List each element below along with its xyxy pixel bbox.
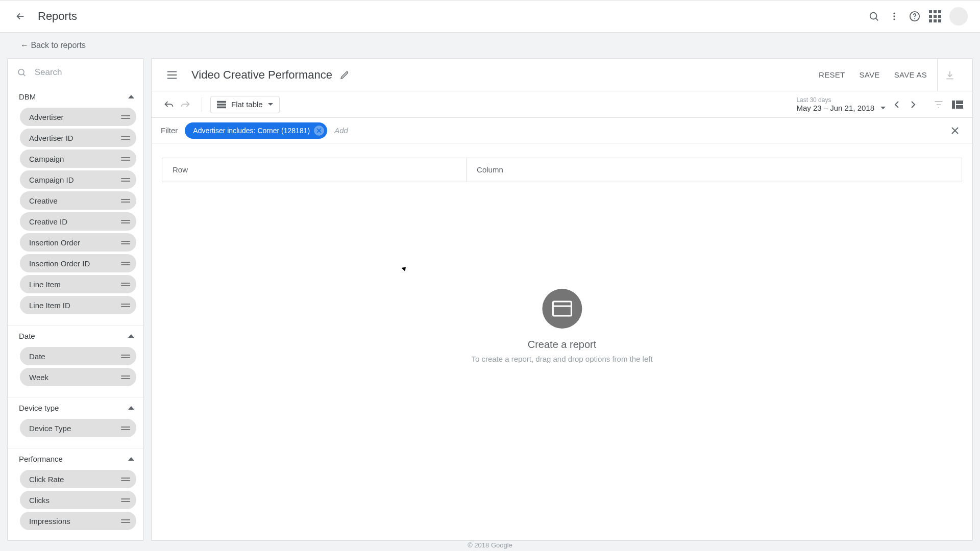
group-header-performance[interactable]: Performance: [8, 448, 143, 467]
field-chip[interactable]: Advertiser: [20, 108, 136, 126]
empty-state-subtitle: To create a report, drag and drop option…: [471, 355, 652, 363]
field-chip[interactable]: Insertion Order: [20, 233, 136, 252]
svg-point-3: [893, 18, 895, 20]
report-panel: Video Creative Performance RESET SAVE SA…: [151, 58, 973, 541]
close-icon: [316, 128, 322, 133]
field-chip[interactable]: Line Item ID: [20, 296, 136, 314]
group-label: Performance: [19, 455, 63, 463]
caret-down-icon: [880, 107, 886, 109]
chevron-up-icon: [128, 406, 134, 410]
search-button[interactable]: [864, 6, 884, 27]
field-chip[interactable]: Advertiser ID: [20, 129, 136, 147]
field-chip[interactable]: Impressions: [20, 512, 136, 530]
field-chip[interactable]: Line Item: [20, 275, 136, 293]
pencil-icon: [340, 70, 349, 80]
edit-title-button[interactable]: [334, 65, 355, 85]
undo-button[interactable]: [161, 96, 177, 113]
field-chip[interactable]: Device Type: [20, 419, 136, 437]
remove-filter-button[interactable]: [314, 126, 324, 136]
chevron-right-icon: [911, 101, 916, 109]
date-range-label: Last 30 days: [796, 96, 886, 104]
group-label: Date: [19, 332, 35, 340]
field-chip[interactable]: Click Rate: [20, 470, 136, 488]
drag-handle-icon: [121, 519, 130, 523]
cursor-icon: [403, 266, 408, 273]
field-sidebar: DBM Advertiser Advertiser ID Campaign Ca…: [7, 58, 144, 541]
date-range-value: May 23 – Jun 21, 2018: [796, 104, 874, 112]
empty-state-title: Create a report: [471, 339, 652, 350]
svg-rect-8: [217, 104, 226, 106]
footer-copyright: © 2018 Google: [0, 539, 980, 551]
field-chip[interactable]: Campaign ID: [20, 170, 136, 189]
download-button[interactable]: [937, 59, 962, 91]
search-icon: [17, 67, 27, 78]
drag-handle-icon: [121, 283, 130, 286]
group-header-date[interactable]: Date: [8, 325, 143, 344]
filter-chip[interactable]: Advertiser includes: Corner (128181): [185, 122, 327, 139]
drag-handle-icon: [121, 498, 130, 502]
field-chip[interactable]: Date: [20, 347, 136, 365]
drag-handle-icon: [121, 157, 130, 161]
apps-button[interactable]: [925, 6, 945, 27]
search-icon: [868, 11, 879, 22]
layout-icon: [952, 101, 963, 109]
close-filter-bar-button[interactable]: [947, 122, 963, 139]
chevron-up-icon: [128, 95, 134, 98]
report-toolbar: Flat table Last 30 days May 23 – Jun 21,…: [152, 91, 972, 118]
drag-handle-icon: [121, 427, 130, 430]
drag-handle-icon: [121, 478, 130, 481]
chevron-up-icon: [128, 334, 134, 338]
save-button[interactable]: SAVE: [852, 66, 887, 83]
drag-handle-icon: [121, 304, 130, 307]
table-icon: [217, 101, 226, 109]
filter-label: Filter: [161, 126, 178, 135]
layout-toggle-button[interactable]: [952, 101, 963, 109]
drag-handle-icon: [121, 115, 130, 119]
filter-chip-text: Advertiser includes: Corner (128181): [193, 127, 310, 135]
avatar[interactable]: [949, 7, 968, 26]
more-menu-button[interactable]: [884, 6, 904, 27]
report-header: Video Creative Performance RESET SAVE SA…: [152, 59, 972, 91]
help-icon: [909, 11, 920, 22]
field-chip[interactable]: Creative: [20, 191, 136, 210]
report-title: Video Creative Performance: [191, 68, 332, 82]
dropzone-row[interactable]: Row: [162, 158, 466, 182]
dropzone[interactable]: Row Column: [162, 158, 962, 182]
redo-button[interactable]: [177, 96, 193, 113]
group-label: Device type: [19, 404, 59, 412]
filter-bar: Filter Advertiser includes: Corner (1281…: [152, 118, 972, 143]
field-chip[interactable]: Clicks: [20, 491, 136, 509]
filter-toggle-button[interactable]: [934, 100, 944, 109]
field-chip[interactable]: Insertion Order ID: [20, 254, 136, 272]
add-filter-button[interactable]: Add: [334, 126, 348, 135]
field-chip[interactable]: Creative ID: [20, 212, 136, 231]
dropzone-column[interactable]: Column: [467, 158, 962, 182]
filter-icon: [934, 100, 944, 109]
date-prev-button[interactable]: [889, 96, 905, 113]
back-arrow-button[interactable]: [10, 6, 31, 27]
menu-icon: [166, 70, 178, 80]
svg-rect-9: [217, 106, 226, 108]
drag-handle-icon: [121, 375, 130, 379]
reset-button[interactable]: RESET: [812, 66, 852, 83]
close-icon: [951, 127, 959, 135]
group-items-dbm: Advertiser Advertiser ID Campaign Campai…: [8, 108, 143, 325]
group-header-device[interactable]: Device type: [8, 397, 143, 416]
date-next-button[interactable]: [905, 96, 921, 113]
group-label: DBM: [19, 92, 36, 101]
svg-point-0: [870, 13, 877, 19]
drag-handle-icon: [121, 178, 130, 182]
table-type-select[interactable]: Flat table: [210, 96, 280, 113]
field-chip[interactable]: Campaign: [20, 149, 136, 168]
date-range-picker[interactable]: Last 30 days May 23 – Jun 21, 2018: [796, 96, 886, 112]
group-header-dbm[interactable]: DBM: [8, 86, 143, 105]
help-button[interactable]: [904, 6, 925, 27]
group-items-date: Date Week: [8, 347, 143, 397]
search-input[interactable]: [35, 67, 134, 78]
hamburger-button[interactable]: [162, 65, 182, 85]
save-as-button[interactable]: SAVE AS: [887, 66, 934, 83]
report-canvas: Row Column Create a report To create a r…: [152, 143, 972, 540]
back-to-reports-link[interactable]: ← Back to reports: [0, 33, 86, 58]
app-bar: Reports: [0, 0, 980, 33]
field-chip[interactable]: Week: [20, 368, 136, 386]
